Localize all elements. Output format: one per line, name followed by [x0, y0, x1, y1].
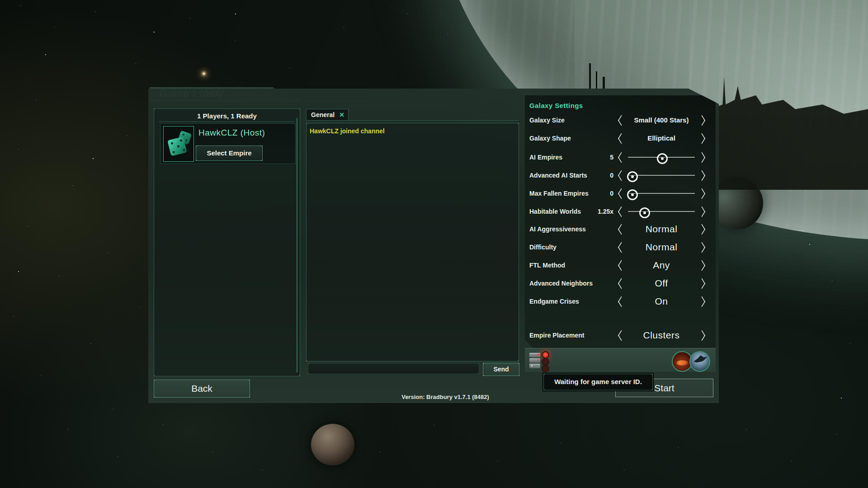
setting-label: Endgame Crises: [529, 293, 579, 310]
setting-label: Habitable Worlds: [529, 203, 581, 220]
prev-option-arrow-icon[interactable]: [615, 328, 627, 342]
slider-knob[interactable]: [627, 171, 638, 182]
player-slot: HawkCLZ (Host) Select Empire: [160, 123, 296, 164]
slider-value: 0: [579, 185, 613, 202]
players-panel: 1 Players, 1 Ready HawkCLZ (Host) Select…: [154, 108, 300, 376]
chat-tab-general[interactable]: General ✕: [306, 109, 349, 121]
increase-arrow-icon[interactable]: [696, 187, 708, 200]
small-moon-background: [311, 424, 354, 465]
game-lobby-window: 1 Players, 1 Ready HawkCLZ (Host) Select…: [148, 89, 719, 403]
chat-message-area: HawkCLZ joined channel: [306, 123, 519, 361]
setting-value: Any: [628, 257, 695, 273]
increase-arrow-icon[interactable]: [696, 150, 708, 164]
slider-track[interactable]: [628, 193, 695, 194]
player-name: HawkCLZ (Host): [198, 128, 265, 138]
starfield-bright: [0, 0, 1, 1]
chat-tabrow-divider: [306, 120, 519, 121]
version-text: Version: Bradbury v1.7.1 (8482): [361, 394, 530, 400]
server-status-icon: [529, 352, 547, 370]
players-scrollbar[interactable]: [297, 118, 297, 372]
setting-row-max-fallen-empires: Max Fallen Empires 0: [525, 185, 716, 202]
setting-row-empire-placement: Empire Placement Clusters: [525, 327, 716, 343]
slider-track[interactable]: [628, 157, 695, 158]
station-spire: [603, 77, 605, 89]
back-button[interactable]: Back: [154, 380, 250, 398]
next-option-arrow-icon[interactable]: [696, 131, 708, 145]
chat-message: HawkCLZ joined channel: [310, 127, 385, 135]
setting-label: AI Aggressiveness: [529, 221, 586, 237]
send-button[interactable]: Send: [483, 363, 519, 376]
setting-label: Advanced Neighbors: [529, 275, 593, 291]
galaxy-settings-header: Galaxy Settings: [529, 102, 583, 109]
slider-knob[interactable]: [627, 189, 638, 200]
slider-track[interactable]: [628, 211, 695, 212]
setting-row-galaxy-size: Galaxy Size Small (400 Stars): [525, 112, 716, 128]
decrease-arrow-icon[interactable]: [615, 169, 627, 182]
setting-row-galaxy-shape: Galaxy Shape Elliptical: [525, 130, 716, 146]
setting-value: Normal: [628, 239, 695, 255]
dark-led-icon: [542, 365, 549, 372]
setting-value: Normal: [628, 221, 695, 237]
decrease-arrow-icon[interactable]: [615, 187, 627, 200]
slider-knob[interactable]: [657, 153, 668, 164]
setting-value: Elliptical: [628, 130, 695, 146]
setting-value: Off: [628, 275, 695, 291]
decrease-arrow-icon[interactable]: [615, 150, 627, 164]
divider: [159, 122, 294, 122]
next-option-arrow-icon[interactable]: [696, 295, 708, 308]
prev-option-arrow-icon[interactable]: [615, 222, 627, 236]
chat-input[interactable]: [308, 363, 479, 374]
increase-arrow-icon[interactable]: [696, 169, 708, 182]
setting-label: FTL Method: [529, 257, 565, 273]
setting-row-ftl-method: FTL Method Any: [525, 257, 716, 273]
close-tab-icon[interactable]: ✕: [339, 109, 344, 121]
slider-track[interactable]: [628, 175, 695, 176]
players-count-header: 1 Players, 1 Ready: [154, 112, 300, 120]
setting-row-difficulty: Difficulty Normal: [525, 239, 716, 255]
chat-tab-label: General: [311, 109, 335, 121]
server-tooltip: Waiting for game server ID.: [542, 373, 654, 391]
status-strip: [525, 348, 716, 372]
station-spire: [596, 71, 597, 89]
setting-row-advanced-ai-starts: Advanced AI Starts 0: [525, 167, 716, 183]
setting-label: Advanced AI Starts: [529, 167, 587, 183]
empire-portrait[interactable]: [163, 126, 194, 162]
next-option-arrow-icon[interactable]: [696, 277, 708, 290]
server-tooltip-text: Waiting for game server ID.: [544, 374, 652, 390]
next-option-arrow-icon[interactable]: [696, 222, 708, 236]
prev-option-arrow-icon[interactable]: [615, 295, 627, 308]
select-empire-button[interactable]: Select Empire: [196, 145, 263, 161]
slider-value: 0: [579, 167, 613, 183]
station-spire: [589, 63, 591, 89]
setting-label: AI Empires: [529, 149, 562, 165]
next-option-arrow-icon[interactable]: [696, 328, 708, 342]
prev-option-arrow-icon[interactable]: [615, 131, 627, 145]
prev-option-arrow-icon[interactable]: [615, 258, 627, 272]
decrease-arrow-icon[interactable]: [615, 205, 627, 218]
increase-arrow-icon[interactable]: [696, 205, 708, 218]
slider-knob[interactable]: [639, 207, 650, 218]
setting-value: Clusters: [628, 327, 695, 343]
prev-option-arrow-icon[interactable]: [615, 240, 627, 254]
prev-option-arrow-icon[interactable]: [615, 113, 627, 127]
next-option-arrow-icon[interactable]: [696, 240, 708, 254]
bright-star: [203, 73, 205, 75]
setting-row-endgame-crises: Endgame Crises On: [525, 293, 716, 310]
setting-value: On: [628, 293, 695, 310]
setting-label: Galaxy Shape: [529, 130, 571, 146]
setting-value: Small (400 Stars): [628, 112, 695, 128]
galaxy-settings-panel: Galaxy Settings Galaxy Size Small (400 S…: [525, 95, 716, 348]
utopia-dlc-icon: [689, 351, 710, 372]
setting-row-ai-aggressiveness: AI Aggressiveness Normal: [525, 221, 716, 237]
slider-value: 1.25x: [579, 203, 613, 220]
next-option-arrow-icon[interactable]: [696, 258, 708, 272]
setting-row-ai-empires: AI Empires 5: [525, 149, 716, 165]
setting-label: Galaxy Size: [529, 112, 565, 128]
slider-value: 5: [579, 149, 613, 165]
setting-row-advanced-neighbors: Advanced Neighbors Off: [525, 275, 716, 291]
prev-option-arrow-icon[interactable]: [615, 277, 627, 290]
next-option-arrow-icon[interactable]: [696, 113, 708, 127]
setting-label: Difficulty: [529, 239, 557, 255]
setting-row-habitable-worlds: Habitable Worlds 1.25x: [525, 203, 716, 220]
setting-label: Empire Placement: [529, 327, 584, 343]
